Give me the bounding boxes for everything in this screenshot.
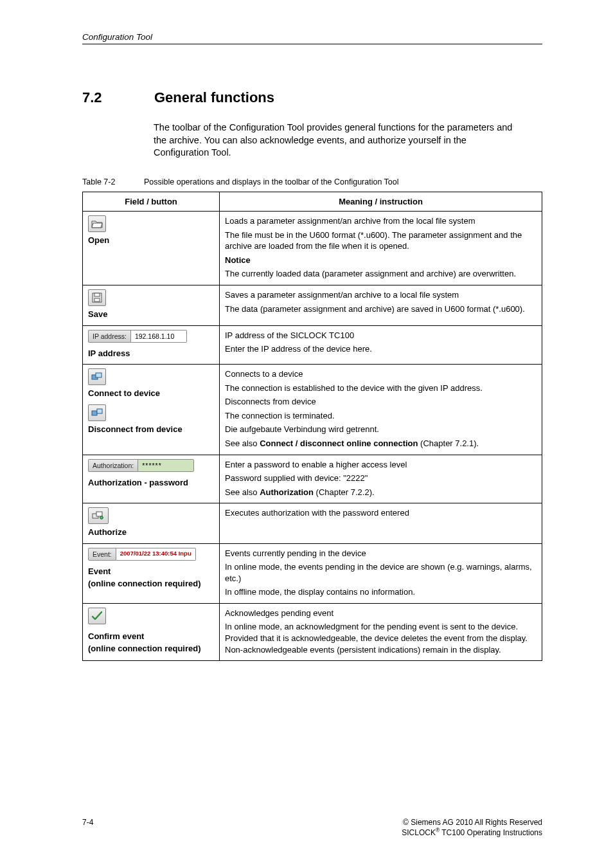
authorization-field: Authorization: ****** xyxy=(88,459,194,472)
meaning-text: The data (parameter assignment and archi… xyxy=(225,303,537,315)
row-sublabel-confirm: (online connection required) xyxy=(88,643,214,655)
meaning-text: Enter a password to enable a higher acce… xyxy=(225,459,537,471)
meaning-text: Die aufgebaute Verbindung wird getrennt. xyxy=(225,424,537,435)
table-caption: Table 7-2Possible operations and display… xyxy=(82,177,542,186)
notice-label: Notice xyxy=(225,255,537,266)
table-row: Authorization: ****** Authorization - pa… xyxy=(83,455,542,503)
th-field: Field / button xyxy=(83,192,220,212)
meaning-text: Password supplied with device: "2222" xyxy=(225,473,537,484)
table-row: Event: 2007/01/22 13:40:54 Inpu Event (o… xyxy=(83,543,542,603)
meaning-text: Saves a parameter assignment/an archive … xyxy=(225,289,537,301)
authorization-value: ****** xyxy=(138,459,194,472)
notice-text: The currently loaded data (parameter ass… xyxy=(225,268,537,280)
operations-table: Field / button Meaning / instruction Ope… xyxy=(82,192,542,661)
open-icon xyxy=(88,215,106,232)
event-value: 2007/01/22 13:40:54 Inpu xyxy=(116,548,196,561)
authorize-icon xyxy=(88,507,109,524)
disconnect-icon xyxy=(88,404,106,421)
meaning-text: The connection is established to the dev… xyxy=(225,383,537,394)
th-meaning: Meaning / instruction xyxy=(220,192,542,212)
meaning-text: The connection is terminated. xyxy=(225,410,537,422)
authorization-label: Authorization: xyxy=(88,459,138,472)
svg-rect-2 xyxy=(94,298,100,302)
row-label-event: Event xyxy=(88,566,214,577)
row-label-open: Open xyxy=(88,235,214,246)
table-row: Open Loads a parameter assignment/an arc… xyxy=(83,212,542,285)
ip-address-field: IP address: 192.168.1.10 xyxy=(88,330,187,343)
event-label: Event: xyxy=(88,548,116,561)
row-label-connect: Connect to device xyxy=(88,388,214,399)
row-label-auth: Authorization - password xyxy=(88,477,214,489)
svg-rect-5 xyxy=(92,411,97,415)
confirm-icon xyxy=(88,608,106,624)
page-number: 7-4 xyxy=(82,818,93,837)
section-title: General functions xyxy=(154,89,274,105)
meaning-text: The file must be in the U600 format (*.u… xyxy=(225,230,537,252)
meaning-text: Disconnects from device xyxy=(225,396,537,408)
connect-icon xyxy=(88,368,106,385)
meaning-text: In offline mode, the display contains no… xyxy=(225,586,537,598)
section-heading: 7.2General functions xyxy=(82,89,542,106)
header-rule xyxy=(82,44,542,44)
meaning-text: See also Connect / disconnect online con… xyxy=(225,438,537,449)
table-row: Confirm event (online connection require… xyxy=(83,603,542,660)
row-sublabel-event: (online connection required) xyxy=(88,578,214,590)
svg-point-9 xyxy=(100,516,103,520)
meaning-text: See also Authorization (Chapter 7.2.2). xyxy=(225,487,537,498)
footer-copyright: © Siemens AG 2010 All Rights Reserved xyxy=(402,818,542,827)
table-caption-label: Table 7-2 xyxy=(82,177,144,186)
meaning-text: Loads a parameter assignment/an archive … xyxy=(225,215,537,227)
running-header: Configuration Tool xyxy=(82,32,542,44)
meaning-text: Enter the IP address of the device here. xyxy=(225,343,537,355)
ip-address-label: IP address: xyxy=(88,330,131,343)
row-label-disconnect: Disconnect from device xyxy=(88,424,214,435)
meaning-text: In online mode, an acknowledgment for th… xyxy=(225,621,537,655)
row-label-authorize: Authorize xyxy=(88,527,214,538)
meaning-text: Executes authorization with the password… xyxy=(225,507,537,519)
svg-rect-8 xyxy=(96,512,102,516)
save-icon xyxy=(88,289,106,306)
meaning-text: Acknowledges pending event xyxy=(225,608,537,619)
row-label-confirm: Confirm event xyxy=(88,631,214,642)
table-row: Save Saves a parameter assignment/an arc… xyxy=(83,285,542,325)
footer-product: SICLOCK® TC100 Operating Instructions xyxy=(402,827,542,837)
ip-address-value: 192.168.1.10 xyxy=(131,330,187,343)
meaning-text: Events currently pending in the device xyxy=(225,548,537,559)
svg-rect-4 xyxy=(96,373,102,377)
table-row: Connect to device Disconnect from device… xyxy=(83,365,542,455)
section-number: 7.2 xyxy=(82,89,154,106)
row-label-ip: IP address xyxy=(88,348,214,359)
row-label-save: Save xyxy=(88,309,214,320)
svg-rect-6 xyxy=(97,409,102,413)
table-caption-text: Possible operations and displays in the … xyxy=(144,177,399,186)
meaning-text: IP address of the SICLOCK TC100 xyxy=(225,330,537,341)
page-footer: 7-4 © Siemens AG 2010 All Rights Reserve… xyxy=(82,818,542,837)
event-field: Event: 2007/01/22 13:40:54 Inpu xyxy=(88,548,196,561)
table-row: IP address: 192.168.1.10 IP address IP a… xyxy=(83,325,542,365)
section-intro: The toolbar of the Configuration Tool pr… xyxy=(154,122,513,159)
meaning-text: Connects to a device xyxy=(225,368,537,380)
meaning-text: In online mode, the events pending in th… xyxy=(225,561,537,584)
table-row: Authorize Executes authorization with th… xyxy=(83,503,542,544)
svg-rect-1 xyxy=(94,293,100,296)
